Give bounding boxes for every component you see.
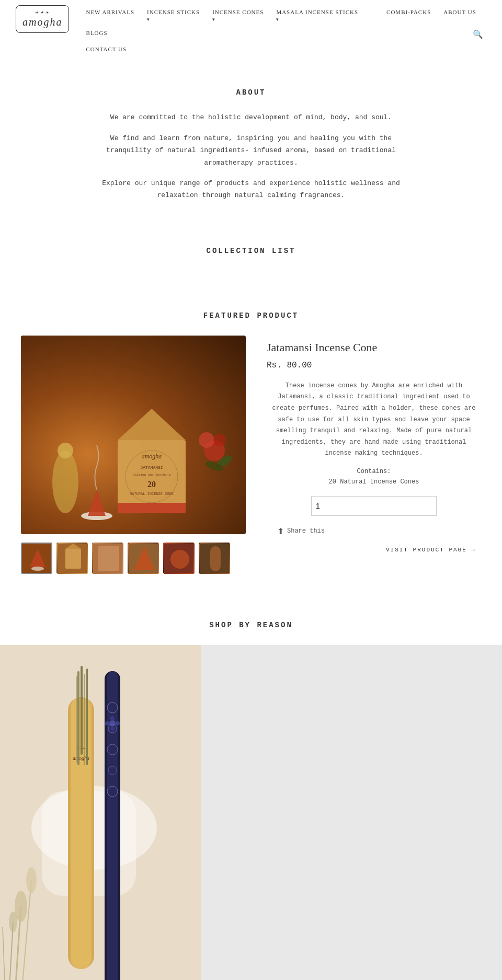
thumbnail-5[interactable]: [199, 543, 230, 574]
visit-product-link[interactable]: VISIT PRODUCT PAGE →: [267, 547, 476, 553]
nav-about-us[interactable]: ABOUT US: [437, 5, 483, 19]
svg-point-61: [116, 721, 120, 725]
svg-rect-7: [118, 503, 186, 513]
svg-point-62: [110, 727, 115, 731]
product-price: Rs. 80.00: [267, 361, 481, 370]
share-area: ⬆ Share this: [277, 526, 481, 536]
thumbnail-0[interactable]: [21, 543, 52, 574]
svg-point-40: [9, 912, 17, 932]
svg-point-59: [109, 720, 116, 727]
thumbnail-1[interactable]: [56, 543, 88, 574]
product-contains-label: Contains:: [267, 468, 481, 475]
incense-sticks-dropdown-icon: ▾: [147, 16, 200, 23]
svg-point-14: [199, 432, 214, 448]
svg-rect-25: [98, 546, 119, 571]
svg-text:amogha: amogha: [142, 453, 162, 460]
share-label: Share this: [287, 527, 325, 535]
svg-rect-47: [77, 671, 79, 765]
featured-title: FEATURED PRODUCT: [21, 312, 481, 320]
about-line3: Explore our unique range of products and…: [89, 177, 413, 202]
nav-new-arrivals[interactable]: NEW ARRIVALS: [79, 5, 141, 19]
shop-reason-title: SHOP BY REASON: [0, 621, 502, 629]
svg-rect-48: [81, 666, 83, 755]
shop-reason-section: SHOP BY REASON: [0, 605, 502, 980]
product-main-image: amogha JATAMANSI Calming and Soothing 20…: [21, 336, 246, 534]
thumbnail-3[interactable]: [128, 543, 159, 574]
about-section: ABOUT We are committed to the holistic d…: [0, 62, 502, 225]
logo[interactable]: ❧✦❧ amogha: [16, 5, 69, 33]
about-line2: We find and learn from nature, inspiring…: [89, 132, 413, 169]
svg-marker-5: [118, 409, 186, 440]
nav-incense-cones[interactable]: INCENSE CONES ▾: [206, 5, 270, 26]
product-description: These incense cones by Amogha are enrich…: [267, 381, 481, 459]
svg-text:JATAMANSI: JATAMANSI: [140, 465, 163, 470]
svg-point-15: [213, 434, 226, 446]
incense-cones-dropdown-icon: ▾: [212, 16, 264, 23]
product-details: Jatamansi Incense Cone Rs. 80.00 These i…: [267, 336, 481, 553]
svg-rect-31: [210, 546, 221, 571]
about-title: ABOUT: [31, 88, 471, 97]
product-name: Jatamansi Incense Cone: [267, 341, 481, 354]
product-thumbnails: [21, 543, 246, 574]
masala-dropdown-icon: ▾: [276, 16, 358, 23]
svg-point-29: [170, 550, 189, 569]
svg-point-0: [52, 451, 78, 513]
svg-point-39: [26, 867, 37, 893]
about-line1: We are committed to the holistic develop…: [89, 111, 413, 123]
thumbnail-4[interactable]: [163, 543, 195, 574]
svg-rect-49: [84, 674, 85, 765]
search-icon[interactable]: 🔍: [470, 26, 486, 42]
svg-point-1: [58, 443, 73, 458]
svg-text:NATURAL INCENSE CONE: NATURAL INCENSE CONE: [130, 492, 174, 496]
product-contains-value: 20 Natural Incense Cones: [267, 478, 481, 486]
nav-combi-packs[interactable]: COMBI-PACKS: [380, 5, 437, 19]
svg-text:Calming and Soothing: Calming and Soothing: [133, 473, 170, 477]
collection-title: COLLECTION LIST: [21, 247, 481, 255]
quantity-stepper[interactable]: [311, 496, 437, 516]
svg-point-63: [105, 721, 109, 725]
svg-rect-51: [76, 676, 77, 763]
collection-section: COLLECTION LIST: [0, 226, 502, 301]
logo-text: amogha: [22, 16, 62, 28]
svg-text:20: 20: [147, 480, 156, 489]
svg-rect-50: [86, 668, 88, 765]
nav-masala-incense[interactable]: MASALA INCENSE STICKS ▾: [270, 5, 364, 26]
thumbnail-2[interactable]: [92, 543, 123, 574]
nav-blogs[interactable]: BLOGS: [79, 26, 113, 40]
svg-marker-3: [88, 490, 106, 516]
svg-point-60: [110, 716, 115, 720]
featured-section: FEATURED PRODUCT: [0, 301, 502, 605]
share-icon[interactable]: ⬆: [277, 526, 284, 536]
nav-incense-sticks[interactable]: INCENSE STICKS ▾: [141, 5, 206, 26]
svg-point-20: [31, 567, 44, 571]
svg-rect-4: [118, 440, 186, 513]
nav-contact-us[interactable]: CONTACT US: [79, 42, 133, 56]
svg-rect-22: [65, 549, 81, 569]
svg-rect-67: [201, 645, 502, 980]
shop-image-right: [201, 645, 502, 980]
shop-image-left: ❧✦❧ amogha: [0, 645, 201, 980]
logo-ornament: ❧✦❧: [22, 10, 62, 16]
